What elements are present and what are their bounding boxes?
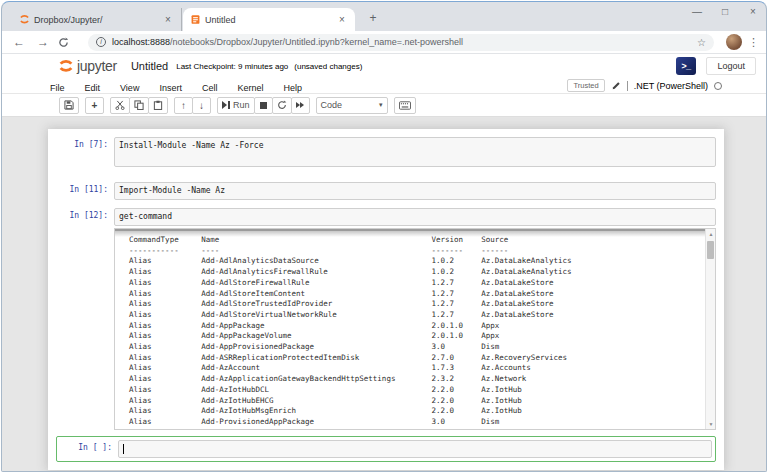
cell-type-value: Code	[321, 100, 343, 110]
code-input[interactable]: Import-Module -Name Az	[114, 182, 716, 200]
browser-menu-icon[interactable]: ⋮	[748, 36, 758, 49]
scrollbar-down-icon[interactable]: ▼	[706, 421, 716, 427]
tab-dropbox-jupyter[interactable]: Dropbox/Jupyter/ ×	[12, 8, 182, 31]
browser-window: Dropbox/Jupyter/ × Untitled × + — □ × ← …	[1, 1, 767, 472]
profile-avatar[interactable]	[726, 34, 742, 50]
jupyter-menubar: FileEditViewInsertCellKernelHelp Trusted…	[2, 78, 766, 94]
checkpoint-text: Last Checkpoint: 9 minutes ago	[176, 62, 288, 71]
keyboard-icon	[399, 101, 411, 110]
jupyter-toolbar: +	[2, 94, 766, 117]
menu-cell[interactable]: Cell	[202, 83, 218, 93]
code-text: get-command	[119, 211, 711, 223]
step-forward-bar	[228, 101, 230, 109]
notebook-favicon	[190, 14, 201, 25]
input-prompt: In [ ]:	[60, 440, 118, 458]
output-scrollbar[interactable]: ▲ ▼	[705, 229, 715, 429]
add-cell-button[interactable]: +	[85, 97, 104, 114]
input-prompt: In [7]:	[56, 137, 114, 167]
save-button[interactable]	[59, 97, 79, 114]
code-input[interactable]: Install-Module -Name Az -Force	[114, 137, 716, 167]
menu-kernel[interactable]: Kernel	[237, 83, 263, 93]
menu-view[interactable]: View	[120, 83, 139, 93]
separator	[627, 81, 628, 91]
notebook-area: In [7]: Install-Module -Name Az -Force I…	[2, 117, 766, 471]
selected-empty-cell[interactable]: In [ ]:	[56, 436, 716, 462]
cut-cell-button[interactable]	[110, 97, 130, 114]
code-input[interactable]	[118, 440, 712, 458]
restart-kernel-button[interactable]	[272, 97, 292, 114]
output-scroll-area[interactable]: CommandType Name Version Source --------…	[114, 228, 716, 430]
notebook-container: In [7]: Install-Module -Name Az -Force I…	[48, 129, 724, 470]
tab-untitled-active[interactable]: Untitled ×	[183, 8, 355, 31]
run-cell-button[interactable]: Run	[217, 97, 255, 114]
input-prompt: In [11]:	[56, 182, 114, 200]
new-tab-button[interactable]: +	[364, 10, 382, 28]
kernel-name: .NET (PowerShell)	[634, 81, 708, 91]
jupyter-logo-icon	[58, 58, 74, 74]
code-text: Install-Module -Name Az -Force	[119, 140, 711, 164]
text-cursor	[123, 444, 124, 454]
menu-insert[interactable]: Insert	[159, 83, 182, 93]
jupyter-header: jupyter Untitled Last Checkpoint: 9 minu…	[2, 54, 766, 78]
url-host: localhost:8888	[112, 37, 170, 47]
tab-strip: Dropbox/Jupyter/ × Untitled × + — □ ×	[2, 2, 766, 31]
command-output-text: CommandType Name Version Source --------…	[115, 229, 715, 430]
save-icon	[64, 100, 74, 110]
unsaved-changes-text: (unsaved changes)	[294, 62, 362, 71]
tab-title: Untitled	[205, 15, 332, 25]
code-input[interactable]: get-command	[114, 208, 716, 226]
jupyter-logo[interactable]: jupyter	[58, 58, 117, 74]
menu-edit[interactable]: Edit	[85, 83, 101, 93]
notebook-title[interactable]: Untitled	[131, 60, 168, 72]
forward-button[interactable]: →	[34, 35, 52, 49]
tab-close-icon[interactable]: ×	[336, 14, 348, 25]
code-text: Import-Module -Name Az	[119, 185, 711, 197]
window-close-button[interactable]: ×	[746, 6, 760, 17]
bookmark-star-icon[interactable]: ☆	[697, 37, 706, 48]
url-text: localhost:8888/notebooks/Dropbox/Jupyter…	[112, 37, 697, 47]
fast-forward-icon2	[300, 102, 304, 108]
jupyter-favicon	[19, 14, 30, 25]
address-bar[interactable]: i localhost:8888/notebooks/Dropbox/Jupyt…	[88, 34, 714, 51]
back-button[interactable]: ←	[10, 35, 28, 49]
input-prompt: In [12]:	[56, 208, 114, 226]
jupyter-wordmark: jupyter	[77, 58, 117, 74]
scissors-icon	[115, 100, 125, 110]
browser-toolbar: ← → i localhost:8888/notebooks/Dropbox/J…	[2, 31, 766, 54]
stop-icon	[260, 102, 267, 109]
code-cell-3: In [12]: get-command	[56, 208, 716, 226]
page-info-icon[interactable]: i	[96, 37, 106, 47]
code-text	[123, 443, 707, 455]
trusted-badge: Trusted	[567, 79, 604, 92]
move-cell-up-button[interactable]: ↑	[174, 97, 193, 114]
jupyter-page: jupyter Untitled Last Checkpoint: 9 minu…	[2, 54, 766, 471]
paste-icon	[153, 100, 163, 110]
command-palette-button[interactable]	[394, 97, 416, 114]
code-cell-2: In [11]: Import-Module -Name Az	[56, 182, 716, 200]
code-cell-1: In [7]: Install-Module -Name Az -Force	[56, 137, 716, 167]
menu-file[interactable]: File	[50, 83, 65, 93]
paste-cell-button[interactable]	[148, 97, 168, 114]
run-label: Run	[233, 100, 250, 110]
tab-close-icon[interactable]: ×	[162, 14, 174, 25]
copy-icon	[134, 100, 144, 110]
window-maximize-button[interactable]: □	[718, 6, 732, 17]
cell-output-row: CommandType Name Version Source --------…	[56, 228, 716, 430]
move-cell-down-button[interactable]: ↓	[192, 97, 211, 114]
cell-type-dropdown[interactable]: Code ▾	[316, 97, 388, 114]
logout-button[interactable]: Logout	[706, 57, 756, 75]
window-minimize-button[interactable]: —	[690, 6, 704, 17]
step-forward-icon	[222, 101, 227, 109]
interrupt-kernel-button[interactable]	[254, 97, 273, 114]
restart-icon	[277, 100, 287, 110]
scrollbar-up-icon[interactable]: ▲	[706, 231, 716, 237]
kernel-idle-icon	[714, 82, 722, 90]
scrollbar-thumb[interactable]	[707, 241, 714, 259]
url-path: /notebooks/Dropbox/Jupyter/Untitled.ipyn…	[170, 37, 463, 47]
menu-help[interactable]: Help	[283, 83, 302, 93]
copy-cell-button[interactable]	[129, 97, 149, 114]
refresh-icon	[58, 37, 69, 48]
refresh-button[interactable]	[58, 37, 76, 48]
chevron-down-icon: ▾	[379, 101, 383, 109]
restart-run-all-button[interactable]	[291, 97, 310, 114]
